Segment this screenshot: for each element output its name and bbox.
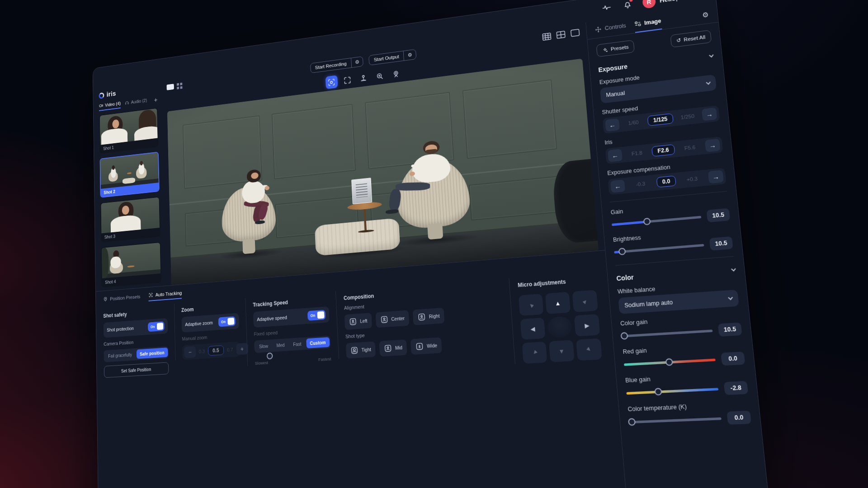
reset-all-button[interactable]: ↺ Reset All (670, 30, 712, 47)
shot-2-card[interactable]: Shot 2 (100, 152, 160, 198)
color-gain-slider-thumb[interactable] (620, 332, 628, 340)
shot-type-tight-button[interactable]: Tight (346, 342, 376, 359)
nudge-left-button[interactable]: ◀ (520, 318, 546, 340)
triangle-up-icon: ▲ (555, 299, 561, 306)
triangle-down-left-icon: ▲ (530, 348, 539, 357)
person-frame-icon (417, 312, 426, 322)
start-output-button[interactable]: Start Output ⚙ (369, 49, 417, 66)
exposure-compensation-control: Exposure compensation ← -0.3 0.0 +0.3 → (607, 159, 726, 195)
logo-text: iris (107, 89, 116, 99)
micro-adjustments-title: Micro adjustments (518, 276, 596, 288)
single-view-layout-icon[interactable] (570, 28, 580, 38)
output-settings-gear-icon[interactable]: ⚙ (403, 50, 416, 61)
brightness-slider-thumb[interactable] (618, 248, 626, 255)
color-temperature-value: 0.0 (726, 411, 751, 425)
adaptive-zoom-toggle[interactable]: On (218, 316, 236, 327)
set-safe-position-button[interactable]: Set Safe Position (104, 362, 169, 378)
zoom-plus-button[interactable]: + (236, 343, 248, 355)
shot-3-thumbnail (101, 197, 159, 234)
speed-med-button[interactable]: Med (273, 340, 288, 351)
shot-3-card[interactable]: Shot 3 (100, 197, 160, 243)
select-area-tool-button[interactable] (341, 73, 354, 87)
adaptive-speed-label: Adaptive speed (257, 315, 287, 322)
alignment-left-button[interactable]: Left (344, 313, 372, 330)
nudge-up-right-button[interactable]: ▲ (572, 290, 598, 313)
exposure-collapse-chevron-icon[interactable] (709, 53, 713, 57)
zoom-tool-button[interactable] (373, 69, 387, 83)
joystick-tool-button[interactable] (357, 71, 370, 85)
gain-slider[interactable] (612, 216, 701, 225)
nudge-down-right-button[interactable]: ▲ (576, 338, 602, 361)
speed-fast-button[interactable]: Fast (289, 339, 305, 350)
color-collapse-chevron-icon[interactable] (731, 267, 736, 272)
compensation-next-button[interactable]: → (708, 170, 724, 183)
chevron-down-icon (706, 80, 711, 84)
red-gain-slider-thumb[interactable] (665, 358, 673, 366)
webcam-icon (392, 69, 401, 79)
shot-1-card[interactable]: Shot 1 (99, 108, 158, 154)
compensation-prev-button[interactable]: ← (610, 179, 625, 192)
active-source-icon[interactable] (166, 84, 174, 90)
nudge-right-button[interactable]: ▶ (574, 314, 600, 337)
person-frame-icon (350, 346, 359, 355)
compensation-prev-value: -0.3 (628, 180, 653, 188)
red-gain-slider[interactable] (624, 358, 716, 366)
shot-type-mid-button[interactable]: Mid (379, 339, 407, 357)
auto-track-tool-button[interactable] (325, 75, 338, 89)
safe-position-button[interactable]: Safe position (137, 347, 168, 359)
zoom-next-value: 0.7 (227, 347, 233, 352)
blue-gain-control: Blue gain -2.8 (625, 371, 749, 399)
fail-gracefully-button[interactable]: Fail gracefully (105, 350, 136, 361)
recording-settings-gear-icon[interactable]: ⚙ (351, 56, 363, 67)
nudge-down-left-button[interactable]: ▲ (522, 342, 547, 364)
shot-4-card[interactable]: Shot 4 (101, 242, 161, 287)
tracking-speed-slider-thumb[interactable] (267, 352, 273, 359)
blue-gain-slider[interactable] (626, 388, 718, 394)
adaptive-speed-toggle[interactable]: On (307, 310, 326, 321)
gain-slider-thumb[interactable] (643, 218, 651, 225)
joystick-icon (359, 73, 368, 83)
grid-sources-icon[interactable] (177, 82, 182, 89)
nudge-up-left-button[interactable]: ▲ (519, 294, 543, 316)
nudge-down-button[interactable]: ▼ (549, 340, 575, 362)
move-cross-icon (594, 26, 602, 33)
shot-protection-toggle[interactable]: On (148, 321, 165, 332)
color-gain-slider[interactable] (621, 329, 712, 338)
add-source-button[interactable]: + (154, 97, 158, 103)
grid-2x2-layout-icon[interactable] (556, 30, 566, 39)
shot-type-wide-button[interactable]: Wide (410, 337, 442, 355)
panel-settings-gear-icon[interactable]: ⚙ (702, 10, 710, 24)
iris-prev-button[interactable]: ← (608, 149, 623, 162)
speed-custom-button[interactable]: Custom (306, 337, 330, 348)
presets-button[interactable]: Presets (596, 40, 635, 57)
activity-pulse-icon[interactable] (600, 1, 613, 14)
notifications-bell-icon[interactable] (621, 0, 634, 11)
grid-3x3-layout-icon[interactable] (542, 32, 552, 41)
shutter-speed-control: Shutter speed ← 1/60 1/125 1/250 → (602, 96, 720, 134)
triangle-up-right-icon: ▲ (580, 296, 590, 306)
person-frame-icon (383, 343, 392, 353)
tab-position-presets[interactable]: Position Presets (103, 293, 141, 305)
shot-2-thumbnail (100, 153, 159, 189)
speed-slow-button[interactable]: Slow (255, 341, 272, 352)
color-temperature-slider-thumb[interactable] (627, 418, 635, 426)
camera-position-label: Camera Position (104, 337, 168, 347)
zoom-minus-button[interactable]: − (184, 346, 196, 358)
tab-auto-tracking[interactable]: Auto Tracking (148, 290, 182, 301)
shutter-prev-button[interactable]: ← (605, 118, 620, 131)
color-temperature-slider[interactable] (629, 417, 722, 423)
slowest-label: Slowest (255, 360, 269, 366)
brightness-slider[interactable] (614, 244, 704, 253)
nudge-up-button[interactable]: ▲ (545, 292, 571, 314)
alignment-right-button[interactable]: Right (413, 308, 444, 325)
blue-gain-slider-thumb[interactable] (654, 388, 662, 395)
alignment-center-button[interactable]: Center (375, 310, 409, 328)
sparkle-icon (602, 47, 608, 53)
compensation-current-value: 0.0 (656, 175, 676, 188)
iris-next-button[interactable]: → (705, 139, 721, 152)
shutter-next-button[interactable]: → (702, 108, 717, 121)
image-adjust-icon (634, 20, 642, 28)
camera-tool-button[interactable] (389, 67, 402, 81)
tracking-speed-slider[interactable] (255, 352, 330, 357)
zoom-title: Zoom (181, 303, 239, 314)
